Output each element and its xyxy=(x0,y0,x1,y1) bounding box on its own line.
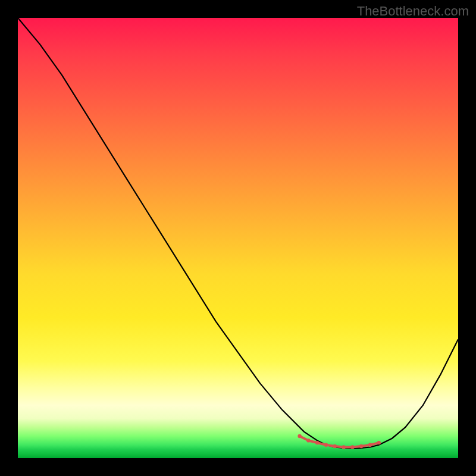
svg-line-3 xyxy=(310,441,316,443)
svg-point-18 xyxy=(377,441,381,444)
svg-line-17 xyxy=(371,443,377,445)
chart-svg xyxy=(18,18,458,458)
main-curve-line xyxy=(18,18,458,449)
svg-line-9 xyxy=(336,446,342,447)
svg-line-5 xyxy=(318,443,324,445)
watermark-text: TheBottleneck.com xyxy=(357,4,469,19)
svg-line-1 xyxy=(301,437,307,440)
chart-plot-area xyxy=(18,18,458,458)
svg-line-15 xyxy=(362,445,368,446)
svg-line-13 xyxy=(354,446,360,447)
svg-line-7 xyxy=(327,445,333,446)
